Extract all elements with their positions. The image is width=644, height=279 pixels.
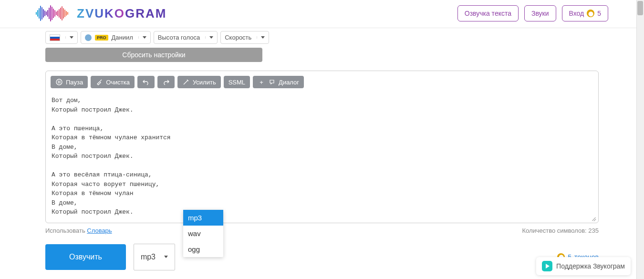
dialog-label: Диалог: [279, 79, 299, 86]
avatar-icon: [85, 34, 92, 41]
clean-button[interactable]: Очистка: [91, 76, 135, 88]
chevron-down-icon: [143, 36, 146, 39]
char-count-value: 235: [588, 227, 599, 234]
undo-icon: [142, 78, 150, 86]
format-select[interactable]: mp3: [134, 244, 175, 270]
support-play-icon: [542, 261, 552, 271]
toolbar: Пауза Очистка Усилить SSML +: [51, 76, 593, 88]
header-actions: Озвучка текста Звуки Вход ⬤ 5: [457, 5, 608, 21]
voice-text-button[interactable]: Озвучка текста: [457, 5, 519, 21]
redo-button[interactable]: [157, 76, 175, 88]
format-option-ogg[interactable]: ogg: [183, 241, 223, 257]
use-label: Использовать: [45, 227, 87, 234]
svg-point-0: [56, 79, 62, 85]
svg-rect-1: [58, 81, 59, 83]
dictionary-row: Использовать Словарь: [45, 227, 112, 234]
logo-text: ZVUKOGRAM: [77, 6, 166, 21]
pitch-label: Высота голоса: [158, 34, 200, 41]
pitch-select[interactable]: Высота голоса: [154, 31, 218, 44]
chevron-down-icon: [261, 36, 265, 39]
speed-select[interactable]: Скорость: [220, 31, 269, 44]
clean-label: Очистка: [106, 79, 130, 86]
support-label: Поддержка Звукограм: [556, 262, 625, 270]
credits-value: 5: [597, 10, 601, 17]
dialog-button[interactable]: + Диалог: [253, 76, 304, 88]
voice-select[interactable]: PRO Даниил: [81, 31, 151, 44]
bottom-row: Озвучить mp3 ⬤ 5 токенов: [45, 244, 599, 270]
redo-icon: [162, 78, 170, 86]
enhance-label: Усилить: [193, 79, 216, 86]
char-counter: Количество символов: 235: [522, 227, 599, 234]
chevron-down-icon: [209, 36, 213, 39]
chevron-down-icon: [164, 256, 168, 258]
sounds-button[interactable]: Звуки: [524, 5, 556, 21]
reset-settings-button[interactable]: Сбросить настройки: [45, 48, 262, 62]
undo-button[interactable]: [137, 76, 155, 88]
resize-handle[interactable]: [591, 215, 596, 221]
plus-icon: +: [258, 78, 265, 86]
pause-icon: [55, 78, 63, 86]
main-container: PRO Даниил Высота голоса Скорость Сброси…: [0, 28, 644, 275]
chevron-down-icon: [70, 36, 73, 39]
pause-button[interactable]: Пауза: [51, 76, 88, 88]
flag-ru-icon: [50, 34, 60, 41]
broom-icon: [95, 78, 103, 86]
selector-row: PRO Даниил Высота голоса Скорость: [45, 31, 599, 44]
header: ZVUKOGRAM Озвучка текста Звуки Вход ⬤ 5: [0, 0, 644, 28]
text-input[interactable]: Вот дом, Который построил Джек. А это пш…: [51, 95, 593, 218]
support-widget[interactable]: Поддержка Звукограм: [536, 257, 631, 275]
login-label: Вход: [569, 10, 584, 17]
voice-button[interactable]: Озвучить: [45, 244, 126, 270]
wand-icon: [182, 78, 190, 86]
ssml-button[interactable]: SSML: [224, 76, 250, 88]
scrollbar[interactable]: [636, 0, 644, 279]
pro-badge: PRO: [95, 35, 108, 41]
format-value: mp3: [141, 253, 156, 261]
editor-box: Пауза Очистка Усилить SSML +: [45, 71, 599, 223]
format-option-mp3[interactable]: mp3: [183, 210, 223, 226]
login-button[interactable]: Вход ⬤ 5: [562, 5, 608, 21]
dictionary-link[interactable]: Словарь: [87, 227, 112, 234]
language-select[interactable]: [45, 31, 78, 44]
coin-icon: ⬤: [587, 10, 594, 17]
logo[interactable]: ZVUKOGRAM: [36, 5, 166, 22]
format-option-wav[interactable]: wav: [183, 226, 223, 241]
dialog-icon: [268, 78, 276, 86]
under-editor-row: Использовать Словарь Количество символов…: [45, 227, 599, 234]
svg-rect-2: [60, 81, 61, 83]
voice-name: Даниил: [112, 34, 133, 41]
format-dropdown: mp3 wav ogg: [183, 210, 223, 257]
speed-label: Скорость: [225, 34, 251, 41]
scrollbar-thumb[interactable]: [637, 1, 643, 15]
pause-label: Пауза: [66, 79, 83, 86]
enhance-button[interactable]: Усилить: [177, 76, 221, 88]
sound-wave-icon: [36, 5, 74, 22]
